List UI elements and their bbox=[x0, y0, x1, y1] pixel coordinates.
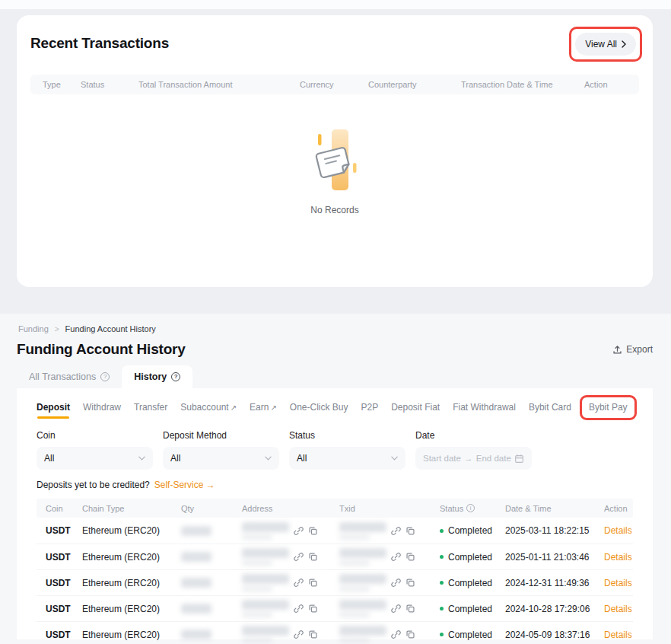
cell-address bbox=[242, 600, 339, 617]
copy-icon[interactable] bbox=[308, 552, 318, 562]
details-link[interactable]: Details bbox=[604, 578, 632, 588]
breadcrumb-separator: > bbox=[55, 325, 59, 333]
table-row: USDT Ethereum (ERC20) bbox=[37, 518, 633, 544]
chevron-right-icon bbox=[622, 40, 626, 48]
help-icon[interactable]: ? bbox=[100, 372, 110, 381]
filter-select[interactable]: All bbox=[163, 447, 279, 470]
subtab-label: One-Click Buy bbox=[290, 402, 348, 413]
cell-qty bbox=[181, 604, 242, 614]
filter-select[interactable]: All bbox=[37, 447, 153, 470]
redacted-txid bbox=[339, 600, 386, 617]
info-icon[interactable]: i bbox=[466, 504, 475, 512]
explorer-link-icon[interactable] bbox=[391, 604, 401, 614]
table-row: USDT Ethereum (ERC20) bbox=[37, 595, 633, 621]
details-link[interactable]: Details bbox=[604, 552, 632, 563]
column-header: Date & Timei bbox=[505, 504, 604, 513]
filter: Coin All bbox=[37, 430, 153, 470]
copy-icon[interactable] bbox=[405, 552, 415, 562]
cell-datetime: 2025-03-11 18:22:15 bbox=[505, 525, 604, 536]
export-button[interactable]: Export bbox=[612, 344, 653, 355]
cell-address bbox=[242, 522, 339, 540]
subtab[interactable]: P2P↗ bbox=[361, 399, 378, 419]
subtab[interactable]: One-Click Buy↗ bbox=[290, 399, 348, 419]
start-date-placeholder: Start date bbox=[423, 454, 461, 463]
date-arrow: → bbox=[464, 454, 473, 463]
copy-icon[interactable] bbox=[308, 630, 318, 639]
title-row: Funding Account History Export bbox=[0, 333, 671, 358]
explorer-link-icon[interactable] bbox=[391, 552, 401, 562]
subtab[interactable]: Subaccount↗ bbox=[180, 399, 237, 419]
subtab-label: Withdraw bbox=[83, 402, 121, 413]
copy-icon[interactable] bbox=[405, 578, 415, 588]
redacted-qty bbox=[181, 526, 211, 536]
date-range-picker[interactable]: Start date → End date bbox=[415, 447, 532, 470]
breadcrumb-parent[interactable]: Funding bbox=[18, 324, 49, 333]
redacted-address bbox=[242, 548, 289, 566]
filter-select[interactable]: All bbox=[289, 447, 405, 470]
cell-chain-type: Ethereum (ERC20) bbox=[82, 630, 181, 640]
details-link[interactable]: Details bbox=[604, 630, 632, 640]
explorer-link-icon[interactable] bbox=[391, 526, 401, 536]
copy-icon[interactable] bbox=[308, 604, 318, 614]
subtab[interactable]: Earn↗ bbox=[250, 399, 277, 419]
explorer-link-icon[interactable] bbox=[294, 552, 304, 562]
subtab[interactable]: Withdraw↗ bbox=[83, 399, 121, 419]
subtab[interactable]: Deposit Fiat↗ bbox=[391, 399, 440, 419]
cell-action: Details bbox=[604, 604, 632, 614]
tab[interactable]: All Transactions ? bbox=[17, 365, 122, 388]
explorer-link-icon[interactable] bbox=[294, 578, 304, 588]
explorer-link-icon[interactable] bbox=[294, 604, 304, 614]
explorer-link-icon[interactable] bbox=[391, 578, 401, 588]
filter-row: Coin All Deposit Method All bbox=[37, 430, 633, 470]
redacted-qty bbox=[181, 630, 211, 639]
history-panel: Deposit↗ Withdraw↗ Transfer↗ Subaccount↗ bbox=[17, 388, 653, 639]
card-title: Recent Transactions bbox=[17, 15, 653, 52]
cell-txid bbox=[339, 626, 440, 643]
copy-icon[interactable] bbox=[308, 526, 318, 536]
subtab[interactable]: Fiat Withdrawal↗ bbox=[453, 399, 516, 419]
subtab[interactable]: Transfer↗ bbox=[134, 399, 167, 419]
copy-icon[interactable] bbox=[405, 604, 415, 614]
cell-chain-type: Ethereum (ERC20) bbox=[82, 525, 181, 536]
redacted-qty bbox=[181, 578, 211, 588]
breadcrumb-current: Funding Account History bbox=[65, 324, 156, 333]
explorer-link-icon[interactable] bbox=[294, 526, 304, 536]
cell-status: Completed bbox=[440, 525, 505, 536]
subtab-label: Subaccount bbox=[180, 402, 228, 413]
history-table-header: Coini Chain Typei Qtyi Addressi bbox=[37, 499, 633, 518]
subtab[interactable]: Bybit Pay↗ bbox=[580, 395, 637, 420]
cell-action: Details bbox=[604, 552, 632, 563]
filter-label: Deposit Method bbox=[163, 430, 279, 441]
subtab[interactable]: Bybit Card↗ bbox=[529, 399, 571, 419]
status-label: Completed bbox=[448, 630, 492, 640]
calendar-icon bbox=[514, 454, 524, 464]
cell-qty bbox=[181, 552, 242, 562]
chevron-down-icon bbox=[265, 456, 272, 461]
subtab[interactable]: Deposit↗ bbox=[37, 399, 70, 419]
filter-selected-value: All bbox=[170, 453, 180, 464]
cell-coin: USDT bbox=[46, 630, 82, 640]
notice-text: Deposits yet to be credited? bbox=[37, 480, 150, 490]
copy-icon[interactable] bbox=[405, 526, 415, 536]
filter: Deposit Method All bbox=[163, 430, 279, 470]
status-dot bbox=[440, 607, 444, 611]
tab[interactable]: History ? bbox=[122, 365, 192, 388]
copy-icon[interactable] bbox=[405, 630, 415, 639]
recent-transactions-header-row: Type Status Total Transaction Amount Cur… bbox=[30, 75, 639, 94]
redacted-txid bbox=[339, 522, 386, 540]
cell-txid bbox=[339, 548, 440, 566]
view-all-button[interactable]: View All bbox=[575, 33, 636, 56]
redacted-address bbox=[242, 574, 289, 591]
cell-qty bbox=[181, 526, 242, 536]
explorer-link-icon[interactable] bbox=[391, 630, 401, 639]
help-icon[interactable]: ? bbox=[171, 372, 180, 381]
explorer-link-icon[interactable] bbox=[294, 630, 304, 639]
details-link[interactable]: Details bbox=[604, 525, 632, 536]
cell-txid bbox=[339, 574, 440, 591]
copy-icon[interactable] bbox=[308, 578, 318, 588]
subtab-label: Earn bbox=[250, 402, 269, 413]
self-service-link[interactable]: Self-Service → bbox=[154, 480, 215, 490]
details-link[interactable]: Details bbox=[604, 604, 632, 614]
status-label: Completed bbox=[448, 552, 492, 563]
cell-address bbox=[242, 548, 339, 566]
